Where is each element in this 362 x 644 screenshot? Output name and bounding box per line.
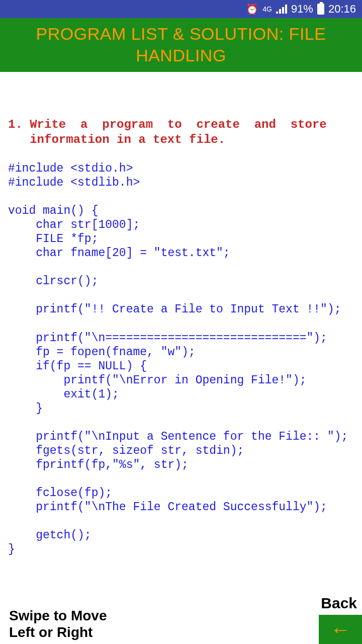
battery-percent: 91%: [291, 3, 313, 16]
footer: Swipe to Move Left or Right Back ←: [0, 601, 362, 644]
battery-icon: [317, 4, 324, 15]
back-button[interactable]: ←: [319, 615, 362, 644]
content-area[interactable]: 1. Write a program to create and store i…: [0, 72, 362, 615]
status-bar: ⏰ 4G 91% 20:16: [0, 0, 362, 18]
back-label: Back: [321, 595, 357, 612]
question-text: 1. Write a program to create and store i…: [8, 117, 354, 147]
back-arrow-icon: ←: [330, 618, 350, 641]
swipe-hint: Swipe to Move Left or Right: [9, 607, 107, 641]
alarm-icon: ⏰: [246, 3, 258, 15]
clock: 20:16: [328, 3, 356, 16]
signal-icon: [276, 5, 287, 14]
network-indicator: 4G: [262, 6, 272, 13]
code-block: #include <stdio.h> #include <stdlib.h> v…: [8, 162, 354, 556]
page-title: PROGRAM LIST & SOLUTION: FILE HANDLING: [0, 18, 362, 72]
